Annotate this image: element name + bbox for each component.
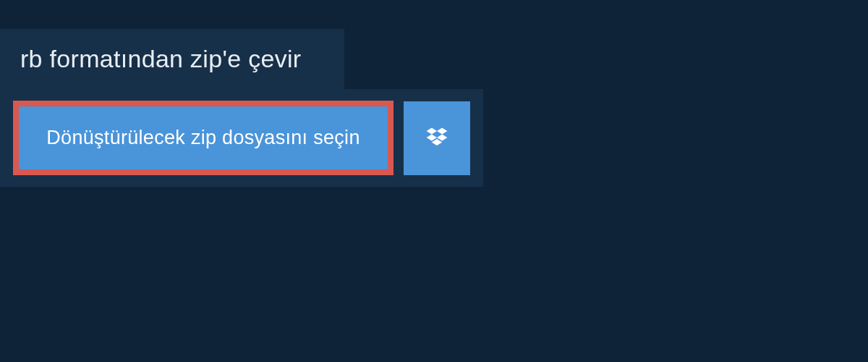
dropbox-button[interactable] <box>404 101 470 175</box>
file-select-button[interactable]: Dönüştürülecek zip dosyasını seçin <box>13 101 393 175</box>
header-tab: rb formatından zip'e çevir <box>0 29 344 89</box>
page-title: rb formatından zip'e çevir <box>20 45 301 73</box>
file-select-panel: Dönüştürülecek zip dosyasını seçin <box>0 89 483 187</box>
dropbox-icon <box>424 125 450 151</box>
